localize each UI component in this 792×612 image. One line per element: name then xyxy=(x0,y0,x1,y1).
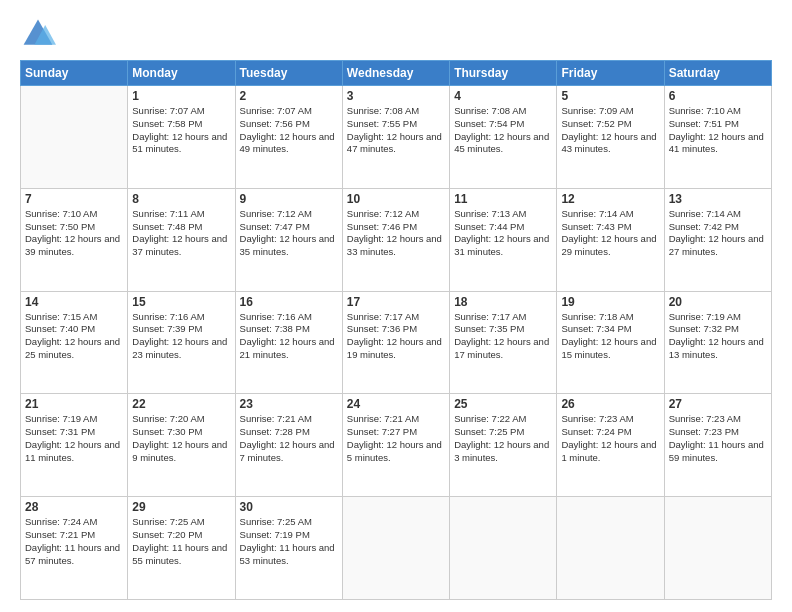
day-info: Sunrise: 7:23 AMSunset: 7:23 PMDaylight:… xyxy=(669,413,767,464)
day-cell: 19Sunrise: 7:18 AMSunset: 7:34 PMDayligh… xyxy=(557,291,664,394)
day-cell: 6Sunrise: 7:10 AMSunset: 7:51 PMDaylight… xyxy=(664,86,771,189)
day-cell: 7Sunrise: 7:10 AMSunset: 7:50 PMDaylight… xyxy=(21,188,128,291)
day-number: 27 xyxy=(669,397,767,411)
day-number: 1 xyxy=(132,89,230,103)
weekday-header-row: SundayMondayTuesdayWednesdayThursdayFrid… xyxy=(21,61,772,86)
day-info: Sunrise: 7:09 AMSunset: 7:52 PMDaylight:… xyxy=(561,105,659,156)
day-cell: 30Sunrise: 7:25 AMSunset: 7:19 PMDayligh… xyxy=(235,497,342,600)
day-number: 8 xyxy=(132,192,230,206)
day-info: Sunrise: 7:22 AMSunset: 7:25 PMDaylight:… xyxy=(454,413,552,464)
day-info: Sunrise: 7:10 AMSunset: 7:50 PMDaylight:… xyxy=(25,208,123,259)
weekday-header-friday: Friday xyxy=(557,61,664,86)
day-info: Sunrise: 7:25 AMSunset: 7:19 PMDaylight:… xyxy=(240,516,338,567)
day-number: 20 xyxy=(669,295,767,309)
day-cell: 14Sunrise: 7:15 AMSunset: 7:40 PMDayligh… xyxy=(21,291,128,394)
day-info: Sunrise: 7:21 AMSunset: 7:28 PMDaylight:… xyxy=(240,413,338,464)
day-cell: 17Sunrise: 7:17 AMSunset: 7:36 PMDayligh… xyxy=(342,291,449,394)
day-number: 7 xyxy=(25,192,123,206)
day-number: 2 xyxy=(240,89,338,103)
day-cell: 16Sunrise: 7:16 AMSunset: 7:38 PMDayligh… xyxy=(235,291,342,394)
day-number: 15 xyxy=(132,295,230,309)
day-info: Sunrise: 7:10 AMSunset: 7:51 PMDaylight:… xyxy=(669,105,767,156)
day-cell: 5Sunrise: 7:09 AMSunset: 7:52 PMDaylight… xyxy=(557,86,664,189)
weekday-header-saturday: Saturday xyxy=(664,61,771,86)
weekday-header-wednesday: Wednesday xyxy=(342,61,449,86)
day-cell: 13Sunrise: 7:14 AMSunset: 7:42 PMDayligh… xyxy=(664,188,771,291)
day-number: 9 xyxy=(240,192,338,206)
day-info: Sunrise: 7:07 AMSunset: 7:56 PMDaylight:… xyxy=(240,105,338,156)
day-info: Sunrise: 7:11 AMSunset: 7:48 PMDaylight:… xyxy=(132,208,230,259)
day-number: 19 xyxy=(561,295,659,309)
weekday-header-monday: Monday xyxy=(128,61,235,86)
day-number: 21 xyxy=(25,397,123,411)
header xyxy=(20,16,772,52)
day-number: 5 xyxy=(561,89,659,103)
day-number: 24 xyxy=(347,397,445,411)
day-info: Sunrise: 7:19 AMSunset: 7:32 PMDaylight:… xyxy=(669,311,767,362)
day-info: Sunrise: 7:07 AMSunset: 7:58 PMDaylight:… xyxy=(132,105,230,156)
day-number: 25 xyxy=(454,397,552,411)
week-row-5: 28Sunrise: 7:24 AMSunset: 7:21 PMDayligh… xyxy=(21,497,772,600)
day-info: Sunrise: 7:12 AMSunset: 7:47 PMDaylight:… xyxy=(240,208,338,259)
day-cell: 4Sunrise: 7:08 AMSunset: 7:54 PMDaylight… xyxy=(450,86,557,189)
day-cell: 24Sunrise: 7:21 AMSunset: 7:27 PMDayligh… xyxy=(342,394,449,497)
weekday-header-thursday: Thursday xyxy=(450,61,557,86)
day-info: Sunrise: 7:16 AMSunset: 7:39 PMDaylight:… xyxy=(132,311,230,362)
day-info: Sunrise: 7:18 AMSunset: 7:34 PMDaylight:… xyxy=(561,311,659,362)
day-info: Sunrise: 7:25 AMSunset: 7:20 PMDaylight:… xyxy=(132,516,230,567)
day-cell: 29Sunrise: 7:25 AMSunset: 7:20 PMDayligh… xyxy=(128,497,235,600)
calendar-table: SundayMondayTuesdayWednesdayThursdayFrid… xyxy=(20,60,772,600)
day-cell: 8Sunrise: 7:11 AMSunset: 7:48 PMDaylight… xyxy=(128,188,235,291)
day-info: Sunrise: 7:17 AMSunset: 7:35 PMDaylight:… xyxy=(454,311,552,362)
day-info: Sunrise: 7:16 AMSunset: 7:38 PMDaylight:… xyxy=(240,311,338,362)
day-number: 11 xyxy=(454,192,552,206)
week-row-3: 14Sunrise: 7:15 AMSunset: 7:40 PMDayligh… xyxy=(21,291,772,394)
week-row-4: 21Sunrise: 7:19 AMSunset: 7:31 PMDayligh… xyxy=(21,394,772,497)
day-info: Sunrise: 7:17 AMSunset: 7:36 PMDaylight:… xyxy=(347,311,445,362)
logo-icon xyxy=(20,16,56,52)
day-info: Sunrise: 7:24 AMSunset: 7:21 PMDaylight:… xyxy=(25,516,123,567)
day-cell: 21Sunrise: 7:19 AMSunset: 7:31 PMDayligh… xyxy=(21,394,128,497)
day-cell xyxy=(342,497,449,600)
day-info: Sunrise: 7:15 AMSunset: 7:40 PMDaylight:… xyxy=(25,311,123,362)
day-cell: 28Sunrise: 7:24 AMSunset: 7:21 PMDayligh… xyxy=(21,497,128,600)
day-cell xyxy=(557,497,664,600)
week-row-2: 7Sunrise: 7:10 AMSunset: 7:50 PMDaylight… xyxy=(21,188,772,291)
day-info: Sunrise: 7:20 AMSunset: 7:30 PMDaylight:… xyxy=(132,413,230,464)
day-number: 6 xyxy=(669,89,767,103)
day-number: 28 xyxy=(25,500,123,514)
weekday-header-sunday: Sunday xyxy=(21,61,128,86)
day-info: Sunrise: 7:08 AMSunset: 7:54 PMDaylight:… xyxy=(454,105,552,156)
day-info: Sunrise: 7:21 AMSunset: 7:27 PMDaylight:… xyxy=(347,413,445,464)
day-info: Sunrise: 7:13 AMSunset: 7:44 PMDaylight:… xyxy=(454,208,552,259)
day-number: 18 xyxy=(454,295,552,309)
day-number: 12 xyxy=(561,192,659,206)
day-number: 4 xyxy=(454,89,552,103)
day-number: 3 xyxy=(347,89,445,103)
day-cell: 20Sunrise: 7:19 AMSunset: 7:32 PMDayligh… xyxy=(664,291,771,394)
day-number: 30 xyxy=(240,500,338,514)
week-row-1: 1Sunrise: 7:07 AMSunset: 7:58 PMDaylight… xyxy=(21,86,772,189)
day-number: 26 xyxy=(561,397,659,411)
day-number: 17 xyxy=(347,295,445,309)
day-cell: 11Sunrise: 7:13 AMSunset: 7:44 PMDayligh… xyxy=(450,188,557,291)
day-cell: 10Sunrise: 7:12 AMSunset: 7:46 PMDayligh… xyxy=(342,188,449,291)
day-cell: 1Sunrise: 7:07 AMSunset: 7:58 PMDaylight… xyxy=(128,86,235,189)
day-cell: 22Sunrise: 7:20 AMSunset: 7:30 PMDayligh… xyxy=(128,394,235,497)
day-info: Sunrise: 7:14 AMSunset: 7:42 PMDaylight:… xyxy=(669,208,767,259)
day-number: 16 xyxy=(240,295,338,309)
day-cell: 15Sunrise: 7:16 AMSunset: 7:39 PMDayligh… xyxy=(128,291,235,394)
day-cell: 12Sunrise: 7:14 AMSunset: 7:43 PMDayligh… xyxy=(557,188,664,291)
day-cell xyxy=(450,497,557,600)
day-number: 23 xyxy=(240,397,338,411)
page: SundayMondayTuesdayWednesdayThursdayFrid… xyxy=(0,0,792,612)
day-cell: 9Sunrise: 7:12 AMSunset: 7:47 PMDaylight… xyxy=(235,188,342,291)
day-cell: 23Sunrise: 7:21 AMSunset: 7:28 PMDayligh… xyxy=(235,394,342,497)
day-cell: 2Sunrise: 7:07 AMSunset: 7:56 PMDaylight… xyxy=(235,86,342,189)
day-number: 10 xyxy=(347,192,445,206)
day-number: 22 xyxy=(132,397,230,411)
day-cell: 18Sunrise: 7:17 AMSunset: 7:35 PMDayligh… xyxy=(450,291,557,394)
day-cell xyxy=(664,497,771,600)
day-cell: 27Sunrise: 7:23 AMSunset: 7:23 PMDayligh… xyxy=(664,394,771,497)
day-cell: 3Sunrise: 7:08 AMSunset: 7:55 PMDaylight… xyxy=(342,86,449,189)
